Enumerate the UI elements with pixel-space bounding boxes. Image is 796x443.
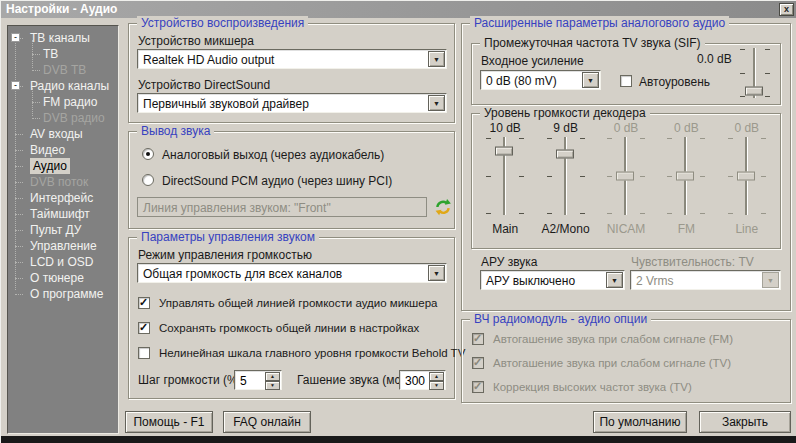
decoder-slider[interactable]	[604, 137, 648, 215]
sidebar-item[interactable]: О тюнере	[8, 270, 118, 286]
slider-tick	[761, 138, 766, 139]
slider-tick	[765, 49, 770, 50]
spin-up-icon[interactable]: ▲	[429, 372, 444, 381]
sif-gain-slider[interactable]	[737, 48, 773, 98]
refresh-arrows-icon[interactable]	[434, 198, 452, 216]
checkbox[interactable]: ✓	[138, 347, 150, 359]
chevron-down-icon: ▼	[762, 272, 779, 288]
sidebar-item[interactable]: FM радио	[8, 94, 118, 110]
spin-up-icon[interactable]: ▲	[265, 372, 280, 381]
tree-branch-line	[15, 182, 23, 183]
directsound-device-value: Первичный звуковой драйвер	[143, 97, 309, 111]
group-title: ВЧ радиомодуль - аудио опции	[470, 312, 651, 326]
spin-down-icon[interactable]: ▼	[265, 381, 280, 390]
slider-thumb[interactable]	[737, 172, 755, 181]
pcm-output-radio[interactable]	[142, 174, 154, 186]
window-close-icon[interactable]: x	[779, 3, 794, 16]
tree-branch-line	[15, 246, 23, 247]
checkbox-row[interactable]: ✓ Управлять общей линией громкости аудио…	[138, 296, 450, 321]
sidebar-item[interactable]: AV входы	[8, 126, 118, 142]
sidebar-item[interactable]: Аудио	[8, 158, 118, 174]
volume-step-stepper[interactable]: 5 ▲▼	[234, 370, 282, 390]
directsound-device-label: Устройство DirectSound	[138, 78, 270, 92]
slider-tick	[640, 213, 645, 214]
slider-tick	[761, 176, 766, 177]
sidebar-item[interactable]: Управление	[8, 238, 118, 254]
tree-branch-line	[15, 166, 23, 167]
slider-tick	[765, 73, 770, 74]
chevron-down-icon[interactable]: ▼	[606, 272, 623, 288]
tree-collapse-icon[interactable]: -	[11, 33, 20, 42]
checkbox-row[interactable]: ✓ Сохранять громкость общей линии в наст…	[138, 321, 450, 346]
slider-tick	[667, 213, 672, 214]
slider-thumb[interactable]	[495, 147, 513, 156]
checkbox-row[interactable]: ✓ Нелинейная шкала главного уровня громк…	[138, 346, 450, 371]
defaults-button[interactable]: По умолчанию	[593, 411, 687, 433]
slider-tick	[607, 138, 612, 139]
stepper-buttons[interactable]: ▲▼	[265, 372, 280, 388]
mute-time-stepper[interactable]: 300 ▲▼	[399, 370, 446, 390]
sidebar-item[interactable]: Пульт ДУ	[8, 222, 118, 238]
slider-thumb[interactable]	[616, 172, 634, 181]
sidebar-item-label: Пульт ДУ	[30, 222, 81, 238]
sidebar-item[interactable]: Таймшифт	[8, 206, 118, 222]
window-bottom-edge	[1, 436, 796, 443]
mixer-device-select[interactable]: Realtek HD Audio output ▼	[137, 49, 447, 69]
analog-output-radio[interactable]	[142, 148, 154, 160]
tree-branch-line	[32, 54, 40, 55]
tree-branch-line	[15, 198, 23, 199]
checkbox-label: Автогашение звука при слабом сигнале (FM…	[493, 333, 733, 345]
settings-tree-panel: - ТВ каналы ТВ DVB ТВ -	[7, 25, 119, 434]
directsound-device-select[interactable]: Первичный звуковой драйвер ▼	[137, 93, 447, 113]
autolevel-label[interactable]: Автоуровень	[639, 75, 710, 89]
sidebar-item[interactable]: - Радио каналы	[8, 78, 118, 94]
slider-tick	[580, 213, 585, 214]
decoder-slider[interactable]	[544, 137, 588, 215]
spin-down-icon[interactable]: ▼	[429, 381, 444, 390]
sidebar-item[interactable]: LCD и OSD	[8, 254, 118, 270]
volume-checkbox-list: ✓ Управлять общей линией громкости аудио…	[138, 296, 450, 371]
slider-tick	[519, 213, 524, 214]
help-button[interactable]: Помощь - F1	[125, 411, 213, 433]
slider-thumb[interactable]	[745, 87, 763, 96]
sidebar-item[interactable]: Видео	[8, 142, 118, 158]
sidebar-item[interactable]: DVB ТВ	[8, 62, 118, 78]
chevron-down-icon[interactable]: ▼	[428, 95, 445, 111]
decoder-sliders: 10 dB Main 9 dB	[475, 121, 777, 243]
slider-thumb[interactable]	[676, 172, 694, 181]
decoder-slider[interactable]	[664, 137, 708, 215]
sidebar-item[interactable]: ТВ	[8, 46, 118, 62]
chevron-down-icon[interactable]: ▼	[428, 265, 445, 281]
chevron-down-icon[interactable]: ▼	[582, 72, 599, 88]
volume-mode-select[interactable]: Общая громкость для всех каналов ▼	[137, 263, 447, 283]
chevron-down-icon[interactable]: ▼	[428, 51, 445, 67]
pcm-output-label[interactable]: DirectSound PCM аудио (через шину PCI)	[162, 174, 392, 188]
slider-tick	[700, 176, 705, 177]
decoder-slider[interactable]	[483, 137, 527, 215]
checkbox[interactable]: ✓	[138, 297, 150, 309]
sidebar-item[interactable]: DVB радио	[8, 110, 118, 126]
close-button[interactable]: Закрыть	[699, 411, 791, 433]
stepper-buttons[interactable]: ▲▼	[429, 372, 444, 388]
sidebar-item-label: Управление	[30, 238, 97, 254]
sidebar-item[interactable]: О программе	[8, 286, 118, 302]
decoder-slider[interactable]	[725, 137, 769, 215]
checkbox[interactable]: ✓	[138, 322, 150, 334]
analog-output-label[interactable]: Аналоговый выход (через аудиокабель)	[162, 148, 384, 162]
slider-tick	[547, 213, 552, 214]
agc-select[interactable]: АРУ выключено ▼	[480, 270, 625, 290]
check-icon: ✓	[473, 380, 482, 393]
sidebar-item-label: AV входы	[30, 126, 83, 142]
check-icon: ✓	[139, 321, 148, 334]
slider-thumb[interactable]	[556, 150, 574, 159]
input-gain-select[interactable]: 0 dB (80 mV) ▼	[480, 70, 601, 90]
tree-collapse-icon[interactable]: -	[11, 81, 20, 90]
checkbox: ✓	[472, 381, 484, 393]
mute-time-value: 300	[405, 374, 425, 388]
sidebar-item-label: ТВ каналы	[30, 30, 90, 46]
autolevel-checkbox[interactable]: ✓	[620, 75, 632, 87]
faq-button[interactable]: FAQ онлайн	[223, 411, 311, 433]
sidebar-item[interactable]: Интерфейс	[8, 190, 118, 206]
sidebar-item[interactable]: - ТВ каналы	[8, 30, 118, 46]
sidebar-item[interactable]: DVB поток	[8, 174, 118, 190]
